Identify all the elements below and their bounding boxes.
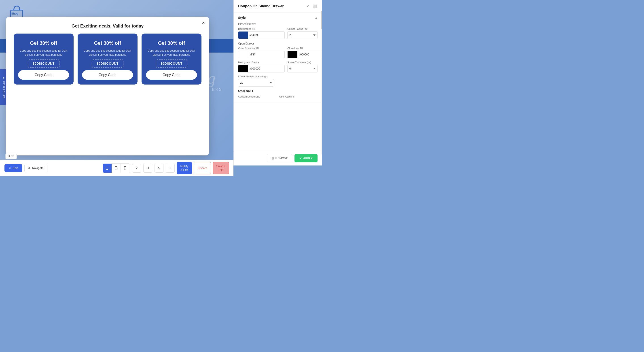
stroke-thickness-label: Stroke Thickness (px) — [287, 61, 318, 64]
coupon-2-code: 30DISCOUNT — [92, 60, 124, 68]
apply-button[interactable]: ✓ APPLY — [294, 154, 318, 162]
corner-radius-overall-select[interactable]: 200510152530 — [238, 79, 274, 86]
corner-radius-group: Corner Radius (px) 20 0510152530 — [287, 28, 318, 39]
stroke-thickness-select[interactable]: 012345 — [287, 65, 318, 72]
copy-code-btn-3[interactable]: Copy Code — [146, 70, 197, 80]
bottom-toolbar: ✏ Edit ⊕ Navigate ? ↺ ↖ — [0, 160, 234, 176]
closed-drawer-fields: Background Fill Corner Radius (px) 20 05… — [238, 28, 318, 39]
cursor-icon: ↖ — [158, 166, 160, 170]
coupon-modal: × Get Exciting deals, Valid for today Ge… — [6, 17, 209, 156]
coupon-1-title: Get 30% off — [30, 40, 57, 46]
corner-radius-select[interactable]: 20 0510152530 — [287, 31, 318, 39]
canvas-area: Shop > Get Discount ling ERS × Get Excit… — [0, 0, 234, 176]
coupon-1-desc: Copy and use this coupon code for 30% di… — [18, 49, 69, 57]
remove-button[interactable]: 🗑 REMOVE — [267, 154, 292, 162]
panel-resize-button[interactable]: ⬜ — [312, 4, 318, 9]
device-group — [103, 164, 130, 173]
bg-fill-group: Background Fill — [238, 28, 285, 39]
close-icon-hex-input[interactable] — [298, 53, 322, 56]
outer-container-hex-input[interactable] — [248, 53, 284, 56]
navigate-icon: ⊕ — [28, 166, 31, 170]
mobile-device-btn[interactable] — [121, 164, 130, 173]
toolbar-action-group: Nullify& Exit Discard Save &Exit — [177, 162, 229, 174]
svg-rect-3 — [106, 170, 108, 170]
help-icon: ? — [136, 166, 138, 170]
shop-label: Shop — [11, 12, 18, 15]
drawer-tab-arrow: > — [3, 76, 5, 80]
coupon-3-code: 30DISCOUNT — [156, 60, 188, 68]
bg-stroke-group: Background Stroke — [238, 61, 285, 72]
corner-radius-label: Corner Radius (px) — [287, 28, 318, 30]
edit-button[interactable]: ✏ Edit — [4, 164, 22, 172]
bg-fill-label: Background Fill — [238, 28, 285, 30]
coupons-grid: Get 30% off Copy and use this coupon cod… — [12, 34, 202, 84]
panel-close-button[interactable]: ✕ — [305, 4, 310, 9]
closed-drawer-label: Closed Drawer — [238, 22, 318, 26]
bg-stroke-label: Background Stroke — [238, 61, 285, 64]
offer-card-fill-group: Offer Card Fill — [279, 95, 318, 99]
help-icon-btn[interactable]: ? — [132, 164, 141, 173]
offer-card-fill-label: Offer Card Fill — [279, 95, 318, 98]
nullify-exit-button[interactable]: Nullify& Exit — [177, 162, 192, 174]
modal-close-button[interactable]: × — [202, 20, 205, 25]
coupon-card-2: Get 30% off Copy and use this coupon cod… — [78, 34, 138, 84]
panel-header: Coupon On Sliding Drawer ✕ ⬜ — [234, 0, 322, 13]
bg-text-ers: ERS — [212, 87, 222, 92]
history-icon: ↺ — [146, 166, 149, 170]
bg-stroke-hex-input[interactable] — [248, 67, 284, 70]
open-drawer-row3: Corner Radius (overall) (px) 20051015253… — [238, 75, 318, 86]
svg-point-5 — [116, 169, 116, 170]
panel-title: Coupon On Sliding Drawer — [238, 4, 284, 8]
navigate-button[interactable]: ⊕ Navigate — [24, 164, 47, 172]
open-drawer-row1: Outer Container Fill Close Icon Fill — [238, 47, 318, 58]
open-drawer-row2: Background Stroke Stroke Thickness (px) … — [238, 61, 318, 72]
edit-label: Edit — [13, 166, 18, 170]
bg-fill-hex-input[interactable] — [248, 34, 284, 37]
bg-stroke-color-input[interactable] — [238, 65, 285, 72]
close-icon-fill-label: Close Icon Fill — [287, 47, 322, 50]
style-section-title: Style — [238, 16, 246, 20]
coupon-card-3: Get 30% off Copy and use this coupon cod… — [142, 34, 202, 84]
outer-container-group: Outer Container Fill — [238, 47, 285, 58]
outer-container-color-input[interactable] — [238, 51, 285, 58]
coupon-3-title: Get 30% off — [158, 40, 185, 46]
svg-rect-2 — [106, 169, 108, 170]
apply-label: APPLY — [303, 156, 312, 160]
right-panel: Coupon On Sliding Drawer ✕ ⬜ Style ▲ Clo… — [234, 0, 322, 166]
bg-fill-swatch[interactable] — [238, 32, 248, 39]
copy-code-btn-2[interactable]: Copy Code — [82, 70, 133, 80]
coupon-dotted-line-group: Coupon Dotted Line — [238, 95, 276, 99]
add-icon-btn[interactable]: + — [166, 164, 175, 173]
offer-fields-row: Coupon Dotted Line Offer Card Fill — [238, 95, 318, 99]
coupon-1-code: 30DISCOUNT — [28, 60, 60, 68]
bg-fill-color-input[interactable] — [238, 31, 285, 39]
close-icon-fill-group: Close Icon Fill — [287, 47, 322, 58]
trash-icon: 🗑 — [271, 156, 274, 160]
panel-scroll-track[interactable] — [321, 11, 322, 154]
edit-icon: ✏ — [9, 166, 12, 170]
style-section-header[interactable]: Style ▲ — [238, 16, 318, 20]
navigate-label: Navigate — [32, 166, 44, 170]
coupon-3-desc: Copy and use this coupon code for 30% di… — [146, 49, 197, 57]
outer-container-swatch[interactable] — [238, 51, 248, 58]
svg-rect-1 — [105, 166, 109, 169]
history-icon-btn[interactable]: ↺ — [143, 164, 152, 173]
tablet-device-btn[interactable] — [112, 164, 121, 173]
cursor-icon-btn[interactable]: ↖ — [154, 164, 164, 173]
stroke-thickness-group: Stroke Thickness (px) 012345 — [287, 61, 318, 72]
close-icon-fill-input[interactable] — [287, 51, 322, 58]
desktop-device-btn[interactable] — [103, 164, 112, 173]
check-icon: ✓ — [300, 156, 302, 160]
bg-stroke-swatch[interactable] — [238, 65, 248, 72]
panel-scroll-thumb[interactable] — [321, 11, 322, 29]
save-exit-button[interactable]: Save &Exit — [213, 162, 229, 174]
corner-radius-overall-group: Corner Radius (overall) (px) 20051015253… — [238, 75, 318, 86]
discard-button[interactable]: Discard — [194, 162, 211, 174]
close-icon-swatch[interactable] — [288, 51, 298, 58]
panel-header-icons: ✕ ⬜ — [305, 4, 318, 9]
copy-code-btn-1[interactable]: Copy Code — [18, 70, 69, 80]
coupon-2-desc: Copy and use this coupon code for 30% di… — [82, 49, 133, 57]
hide-button[interactable]: HIDE — [5, 154, 17, 159]
coupon-dotted-line-label: Coupon Dotted Line — [238, 95, 276, 98]
add-icon: + — [169, 166, 171, 170]
